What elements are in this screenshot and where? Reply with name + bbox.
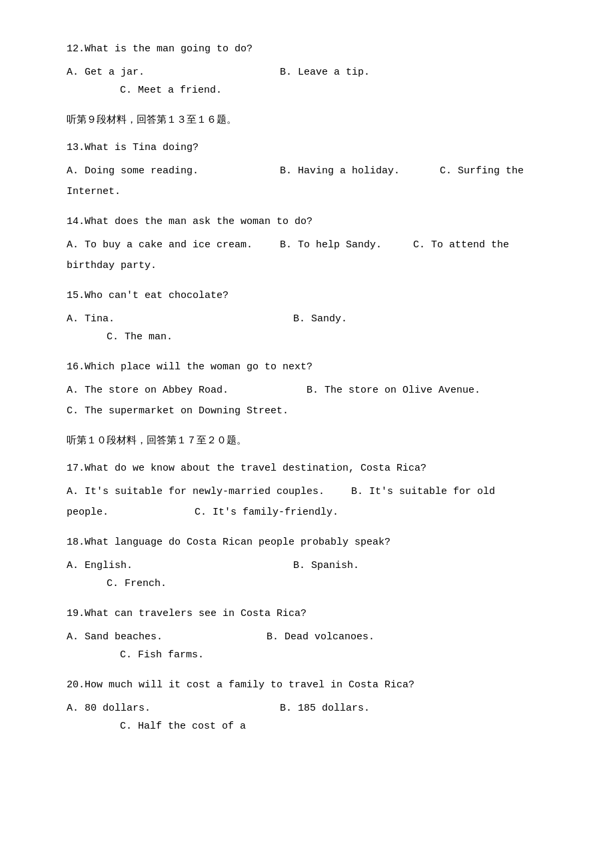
q15-options: A. Tina. B. Sandy. C. The man. <box>67 310 546 346</box>
q16-question: 16.Which place will the woman go to next… <box>67 361 312 373</box>
q19-options: A. Sand beaches. B. Dead volcanoes. C. F… <box>67 628 546 664</box>
q17-optionA: A. It's suitable for newly-married coupl… <box>67 483 324 501</box>
q20-question: 20.How much will it cost a family to tra… <box>67 679 414 691</box>
q16-text: 16.Which place will the woman go to next… <box>67 358 546 376</box>
q15-optionC: C. The man. <box>107 328 173 346</box>
q16-optionsAB: A. The store on Abbey Road. B. The store… <box>67 381 546 399</box>
question-15: 15.Who can't eat chocolate? A. Tina. B. … <box>67 287 546 346</box>
q20-optionA: A. 80 dollars. <box>67 699 213 717</box>
question-12: 12.What is the man going to do? A. Get a… <box>67 40 546 99</box>
q19-optionC: C. Fish farms. <box>120 646 204 664</box>
q18-optionB: B. Spanish. <box>293 557 453 575</box>
q14-text: 14.What does the man ask the woman to do… <box>67 213 546 231</box>
q14-optionC: C. To attend the <box>413 236 509 254</box>
section-9-label: 听第９段材料，回答第１３至１６题。 <box>67 115 237 126</box>
q17-optionsAB: A. It's suitable for newly-married coupl… <box>67 483 546 501</box>
q17-optionC: C. It's family-friendly. <box>195 507 338 518</box>
q14-options: A. To buy a cake and ice cream. B. To he… <box>67 236 546 254</box>
q15-text: 15.Who can't eat chocolate? <box>67 287 546 305</box>
q14-optionC-cont: birthday party. <box>67 257 546 275</box>
question-18: 18.What language do Costa Rican people p… <box>67 533 546 593</box>
q15-optionA: A. Tina. <box>67 310 227 328</box>
q13-text: 13.What is Tina doing? <box>67 139 546 157</box>
section-10-label: 听第１０段材料，回答第１７至２０题。 <box>67 435 247 447</box>
q12-options: A. Get a jar. B. Leave a tip. C. Meet a … <box>67 63 546 99</box>
q16-optionC-line: C. The supermarket on Downing Street. <box>67 402 546 420</box>
q20-optionC: C. Half the cost of a <box>120 717 246 735</box>
q18-optionC: C. French. <box>107 575 167 593</box>
q17-text: 17.What do we know about the travel dest… <box>67 459 546 477</box>
q19-optionA: A. Sand beaches. <box>67 628 213 646</box>
q17-optionB2: people. <box>67 507 109 518</box>
q16-optionB: B. The store on Olive Avenue. <box>306 381 480 399</box>
q12-optionB: B. Leave a tip. <box>280 63 426 81</box>
q19-text: 19.What can travelers see in Costa Rica? <box>67 605 546 623</box>
q14-optionA: A. To buy a cake and ice cream. <box>67 236 267 254</box>
q14-question: 14.What does the man ask the woman to do… <box>67 216 312 227</box>
q15-optionB: B. Sandy. <box>293 310 453 328</box>
q13-optionC-cont: Internet. <box>67 183 546 201</box>
q17-optionB: B. It's suitable for old <box>351 483 495 501</box>
q18-text: 18.What language do Costa Rican people p… <box>67 533 546 551</box>
q18-optionA: A. English. <box>67 557 227 575</box>
question-14: 14.What does the man ask the woman to do… <box>67 213 546 275</box>
question-16: 16.Which place will the woman go to next… <box>67 358 546 420</box>
q13-options: A. Doing some reading. B. Having a holid… <box>67 162 546 180</box>
q20-optionB: B. 185 dollars. <box>280 699 426 717</box>
question-13: 13.What is Tina doing? A. Doing some rea… <box>67 139 546 201</box>
q19-question: 19.What can travelers see in Costa Rica? <box>67 608 306 619</box>
q15-question: 15.Who can't eat chocolate? <box>67 290 229 301</box>
q16-optionC: C. The supermarket on Downing Street. <box>67 405 289 417</box>
q16-optionA: A. The store on Abbey Road. <box>67 381 267 399</box>
q12-optionC: C. Meet a friend. <box>120 81 222 99</box>
q20-text: 20.How much will it cost a family to tra… <box>67 676 546 694</box>
q13-optionB: B. Having a holiday. <box>280 162 440 180</box>
q19-optionB: B. Dead volcanoes. <box>267 628 426 646</box>
q20-options: A. 80 dollars. B. 185 dollars. C. Half t… <box>67 699 546 735</box>
q18-question: 18.What language do Costa Rican people p… <box>67 537 390 548</box>
question-20: 20.How much will it cost a family to tra… <box>67 676 546 735</box>
q13-question: 13.What is Tina doing? <box>67 142 199 153</box>
q17-optionBC-line: people. C. It's family-friendly. <box>67 503 546 521</box>
section-9-header: 听第９段材料，回答第１３至１６题。 <box>67 111 546 129</box>
q13-optionC: C. Surfing the <box>440 162 524 180</box>
q17-question: 17.What do we know about the travel dest… <box>67 463 426 474</box>
q12-text: 12.What is the man going to do? <box>67 40 546 58</box>
section-10-header: 听第１０段材料，回答第１７至２０题。 <box>67 432 546 450</box>
q18-options: A. English. B. Spanish. C. French. <box>67 557 546 593</box>
q13-optionA: A. Doing some reading. <box>67 162 253 180</box>
q12-optionA: A. Get a jar. <box>67 63 213 81</box>
q14-optionB: B. To help Sandy. <box>280 236 400 254</box>
q12-question: 12.What is the man going to do? <box>67 43 253 55</box>
question-19: 19.What can travelers see in Costa Rica?… <box>67 605 546 664</box>
question-17: 17.What do we know about the travel dest… <box>67 459 546 521</box>
